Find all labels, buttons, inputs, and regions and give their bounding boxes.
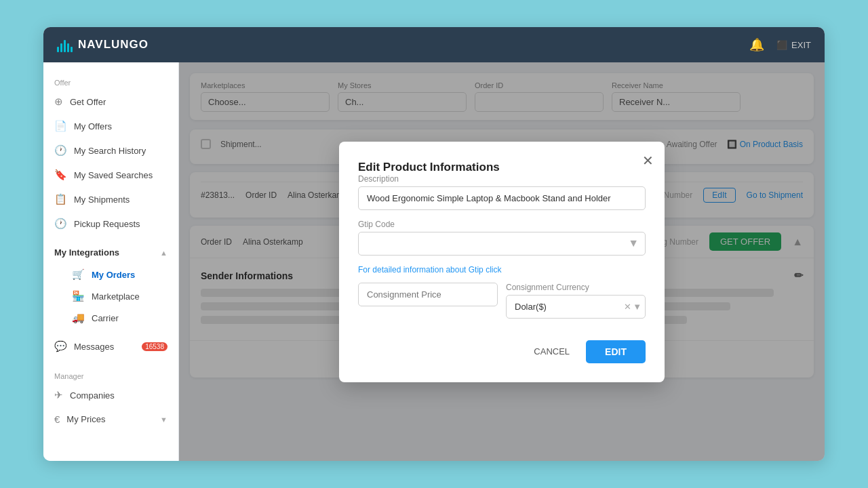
sidebar-item-marketplace[interactable]: 🏪 Marketplace xyxy=(65,285,178,307)
modal-actions: CANCEL EDIT xyxy=(358,340,646,363)
exit-icon: ⬛ xyxy=(776,40,787,50)
pickup-icon: 🕐 xyxy=(54,218,67,230)
sidebar-item-companies[interactable]: ✈ Companies xyxy=(43,383,178,407)
notification-icon[interactable]: 🔔 xyxy=(749,37,764,52)
edit-submit-button[interactable]: EDIT xyxy=(586,340,646,363)
nav-right: 🔔 ⬛ EXIT xyxy=(749,37,811,52)
consignment-price-input[interactable] xyxy=(358,283,498,306)
currency-clear-button[interactable]: ✕ xyxy=(624,302,631,312)
shipments-icon: 📋 xyxy=(54,193,67,205)
my-prices-icon: € xyxy=(54,413,60,425)
sidebar: Offer ⊕ Get Offer 📄 My Offers 🕐 My Searc… xyxy=(43,62,179,461)
sidebar-item-messages[interactable]: 💬 Messages 16538 xyxy=(43,334,178,359)
currency-input-wrapper: ✕ ▼ xyxy=(506,295,646,319)
sidebar-item-get-offer[interactable]: ⊕ Get Offer xyxy=(43,89,178,114)
topnav: NAVLUNGO 🔔 ⬛ EXIT xyxy=(43,27,825,62)
currency-chevron-icon: ▼ xyxy=(633,302,642,312)
grip-code-label: Gtip Code xyxy=(358,220,646,229)
edit-product-modal: Edit Product Informations ✕ Description … xyxy=(339,142,665,382)
search-history-icon: 🕐 xyxy=(54,144,67,157)
app-name: NAVLUNGO xyxy=(78,38,149,52)
grip-code-select[interactable] xyxy=(358,232,646,256)
sidebar-item-carrier[interactable]: 🚚 Carrier xyxy=(65,307,178,329)
description-label: Description xyxy=(358,174,646,184)
sidebar-item-pickup-requests[interactable]: 🕐 Pickup Requests xyxy=(43,211,178,236)
sidebar-item-shipments[interactable]: 📋 My Shipments xyxy=(43,187,178,211)
sidebar-item-my-prices[interactable]: € My Prices ▼ xyxy=(43,407,178,431)
price-row: Consignment Currency ✕ ▼ xyxy=(358,283,646,328)
consignment-price-group xyxy=(358,283,498,306)
sidebar-section-integrations: My Integrations ▲ xyxy=(43,241,178,264)
modal-overlay: Edit Product Informations ✕ Description … xyxy=(179,62,825,461)
sidebar-item-search-history[interactable]: 🕐 My Search History xyxy=(43,138,178,163)
exit-button[interactable]: ⬛ EXIT xyxy=(776,40,811,50)
messages-badge: 16538 xyxy=(142,342,167,351)
sidebar-item-my-orders[interactable]: 🛒 My Orders xyxy=(65,264,178,285)
consignment-currency-label: Consignment Currency xyxy=(506,283,646,292)
messages-icon: 💬 xyxy=(54,340,67,352)
sidebar-item-saved-searches[interactable]: 🔖 My Saved Searches xyxy=(43,163,178,187)
consignment-currency-group: Consignment Currency ✕ ▼ xyxy=(506,283,646,319)
sidebar-section-manager: Manager xyxy=(43,367,178,383)
sidebar-item-my-offers[interactable]: 📄 My Offers xyxy=(43,114,178,138)
description-group: Description xyxy=(358,174,646,210)
carrier-icon: 🚚 xyxy=(72,312,85,324)
grip-code-select-wrapper: ▼ xyxy=(358,232,646,256)
modal-close-button[interactable]: ✕ xyxy=(642,152,654,169)
marketplace-icon: 🏪 xyxy=(72,290,85,302)
logo-area: NAVLUNGO xyxy=(57,37,149,52)
description-input[interactable] xyxy=(358,186,646,210)
cancel-button[interactable]: CANCEL xyxy=(524,340,579,363)
sidebar-sub-integrations: 🛒 My Orders 🏪 Marketplace 🚚 Carrier xyxy=(43,264,178,329)
content-area: Marketplaces My Stores Order ID Receiver… xyxy=(179,62,825,461)
sidebar-section-offer: Offer xyxy=(43,73,178,89)
grip-note: For detailed information about Gtip clic… xyxy=(358,265,646,274)
grip-code-group: Gtip Code ▼ xyxy=(358,220,646,256)
saved-searches-icon: 🔖 xyxy=(54,169,67,181)
grip-click-link[interactable]: click xyxy=(486,265,501,274)
logo-icon xyxy=(57,37,73,52)
modal-title: Edit Product Informations xyxy=(358,161,500,174)
companies-icon: ✈ xyxy=(54,389,63,401)
my-offers-icon: 📄 xyxy=(54,120,67,132)
get-offer-icon: ⊕ xyxy=(54,96,63,108)
currency-actions: ✕ ▼ xyxy=(624,295,646,319)
my-orders-icon: 🛒 xyxy=(72,268,85,281)
